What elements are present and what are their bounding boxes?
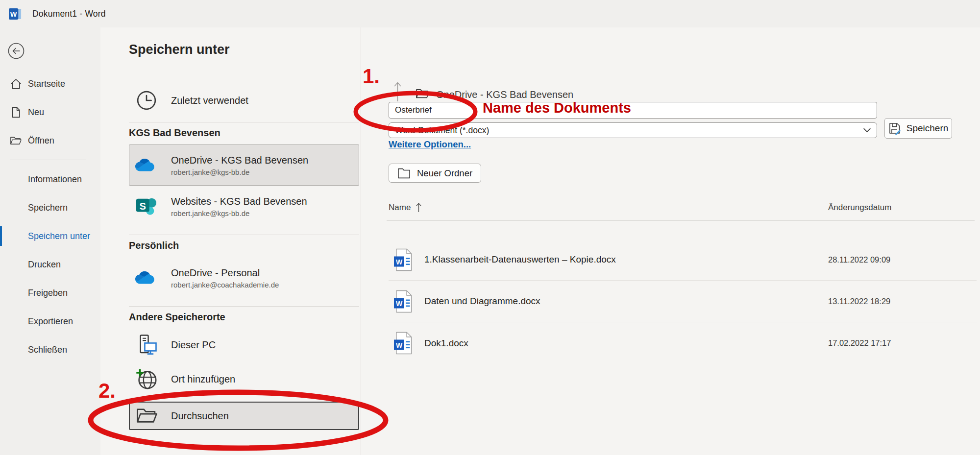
nav-item-speichern[interactable]: Speichern [0,193,100,222]
sort-ascending-icon [416,202,422,213]
place-item-title: OneDrive - Personal [171,266,279,279]
file-name: Daten und Diagramme.docx [424,296,540,307]
nav-item-label: Speichern unter [28,231,90,241]
place-item-email: robert.janke@kgs-bb.de [171,168,308,176]
place-item-title: Dieser PC [171,338,216,351]
nav-item-startseite[interactable]: Startseite [0,70,100,98]
save-button-label: Speichern [906,123,949,134]
save-pane: OneDrive - KGS Bad Bevensen Word-Dokumen… [361,27,980,455]
place-item-title: Websites - KGS Bad Bevensen [171,195,307,208]
onedrive-icon [135,266,158,289]
folder-icon [415,88,431,100]
places-group-title-kgs-bad-bevensen: KGS Bad Bevensen [129,127,359,140]
svg-text:W: W [10,10,17,18]
backstage-nav: StartseiteNeuÖffnen InformationenSpeiche… [0,27,100,455]
place-item-title: Ort hinzufügen [171,373,235,385]
file-row-1-klassenarbeit-datenauswerten-kopie-docx[interactable]: W1.Klassenarbeit-Datenauswerten – Kopie.… [389,239,977,281]
place-item-ort-hinzufügen[interactable]: Ort hinzufügen [129,365,359,393]
place-item-texts: Ort hinzufügen [171,373,235,385]
nav-item-label: Neu [28,107,44,118]
place-item-dieser-pc[interactable]: Dieser PC [129,331,359,359]
file-table-header: Name Änderungsdatum [389,202,977,213]
new-folder-button[interactable]: Neuer Ordner [389,164,481,183]
nav-item-label: Schließen [28,345,67,355]
breadcrumb: OneDrive - KGS Bad Bevensen [393,80,573,103]
breadcrumb-folder[interactable]: OneDrive - KGS Bad Bevensen [436,89,573,100]
title-bar: W Dokument1 - Word [0,0,980,27]
onedrive-icon [135,154,158,176]
browse-button-label: Durchsuchen [171,410,229,422]
save-button[interactable]: Speichern [884,118,952,139]
nav-item-öffnen[interactable]: Öffnen [0,126,100,155]
filename-input[interactable] [389,102,877,119]
svg-text:W: W [396,341,403,349]
back-button[interactable] [7,42,25,60]
file-row-daten-und-diagramme-docx[interactable]: WDaten und Diagramme.docx13.11.2022 18:2… [389,281,977,322]
place-item-texts: Dieser PC [171,338,216,351]
word-file-icon: W [393,248,412,271]
browse-button[interactable]: Durchsuchen [129,402,359,430]
header-divider [387,220,975,221]
folder-open-icon [10,135,22,147]
file-modified-date: 13.11.2022 18:29 [828,297,977,306]
file-row-dok1-docx[interactable]: WDok1.docx17.02.2022 17:17 [389,322,977,364]
home-icon [10,78,22,90]
place-item-email: robert.janke@kgs-bb.de [171,209,307,217]
places-panel: Speichern unter Zuletzt verwendet KGS Ba… [100,27,361,455]
places-divider [129,306,359,307]
page-title: Speichern unter [129,42,361,57]
pc-icon [135,334,158,356]
places-groups: KGS Bad BevensenOneDrive - KGS Bad Beven… [129,122,359,393]
nav-item-label: Startseite [28,79,65,89]
place-item-texts: OneDrive - Personalrobert.janke@coachaka… [171,266,279,289]
file-name: 1.Klassenarbeit-Datenauswerten – Kopie.d… [424,254,616,265]
place-item-texts: OneDrive - KGS Bad Bevensenrobert.janke@… [171,154,308,176]
place-item-label: Zuletzt verwendet [171,94,248,107]
places-group-title-persönlich: Persönlich [129,240,359,253]
place-item-email: robert.janke@coachakademie.de [171,281,279,289]
places-divider [129,235,359,235]
place-item-recent[interactable]: Zuletzt verwendet [129,87,359,114]
place-item-onedrive-personal[interactable]: OneDrive - Personalrobert.janke@coachaka… [129,257,359,298]
nav-item-exportieren[interactable]: Exportieren [0,307,100,335]
column-header-name[interactable]: Name [389,202,828,213]
svg-text:W: W [396,258,403,265]
clock-icon [135,89,158,112]
word-backstage-window: W Dokument1 - Word StartseiteNeuÖffnen I… [0,0,980,455]
file-table: W1.Klassenarbeit-Datenauswerten – Kopie.… [389,239,977,364]
file-name: Dok1.docx [424,338,468,349]
file-modified-date: 17.02.2022 17:17 [828,338,977,348]
nav-item-schließen[interactable]: Schließen [0,335,100,364]
places-group-title-andere-speicherorte: Andere Speicherorte [129,311,359,324]
nav-item-label: Speichern [28,203,68,213]
nav-top-list: StartseiteNeuÖffnen [0,70,100,155]
file-name-cell: WDok1.docx [389,332,828,355]
filetype-select[interactable]: Word-Dokument (*.docx) [389,122,877,138]
more-options-link[interactable]: Weitere Optionen... [389,139,471,150]
nav-item-label: Drucken [28,260,61,270]
nav-item-label: Freigeben [28,288,68,298]
filetype-value: Word-Dokument (*.docx) [395,125,863,136]
places-divider [129,122,359,122]
save-icon [888,122,901,135]
window-title: Dokument1 - Word [32,9,106,19]
place-item-websites-kgs-bad-bevensen[interactable]: SWebsites - KGS Bad Bevensenrobert.janke… [129,186,359,227]
file-name-cell: WDaten und Diagramme.docx [389,290,828,313]
nav-bottom-list: InformationenSpeichernSpeichern unterDru… [0,165,100,364]
column-header-date[interactable]: Änderungsdatum [828,203,977,213]
places-list: Zuletzt verwendet KGS Bad BevensenOneDri… [129,87,359,430]
up-arrow-icon[interactable] [393,81,402,102]
nav-item-drucken[interactable]: Drucken [0,250,100,279]
new-folder-label: Neuer Ordner [417,168,472,179]
svg-text:S: S [140,201,146,212]
nav-item-speichern-unter[interactable]: Speichern unter [0,222,100,250]
nav-item-informationen[interactable]: Informationen [0,165,100,193]
nav-item-freigeben[interactable]: Freigeben [0,279,100,307]
new-document-icon [10,106,22,119]
folder-closed-icon [397,168,411,179]
nav-item-neu[interactable]: Neu [0,98,100,126]
svg-text:W: W [396,299,403,307]
nav-item-label: Exportieren [28,316,73,327]
place-item-onedrive-kgs-bad-bevensen[interactable]: OneDrive - KGS Bad Bevensenrobert.janke@… [129,144,359,186]
add-place-icon [135,368,158,390]
